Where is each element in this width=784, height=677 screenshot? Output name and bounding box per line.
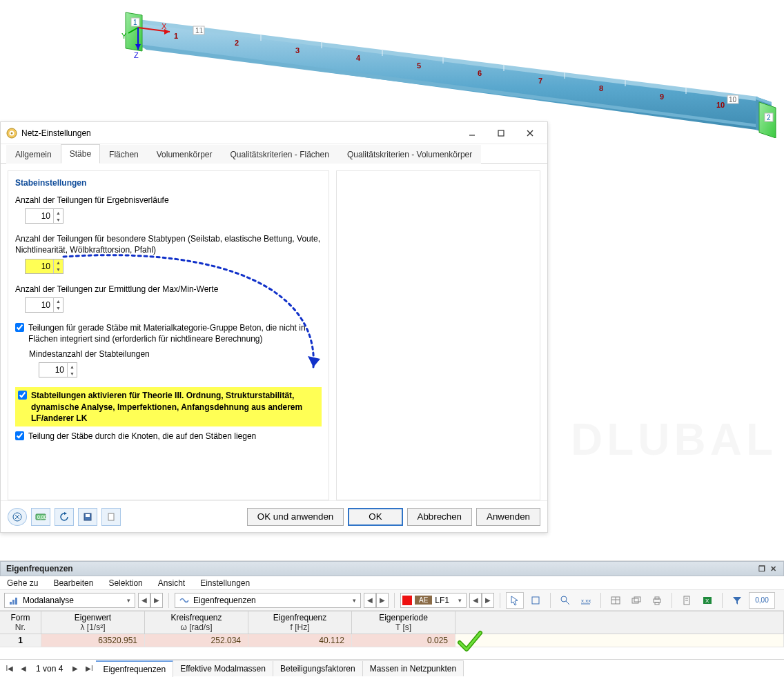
spin-down-icon[interactable]: ▼ <box>54 266 63 273</box>
find-icon[interactable] <box>556 592 574 609</box>
eigenfrequencies-panel: Eigenfrequenzen ❐ ✕ Gehe zu Bearbeiten S… <box>0 560 784 677</box>
concrete-checkbox[interactable] <box>15 323 24 332</box>
cell-kreisf: 252.034 <box>145 634 248 647</box>
rtab-beteiligung[interactable]: Beteiligungsfaktoren <box>273 660 363 676</box>
reset-button[interactable] <box>55 508 74 526</box>
spin-up-icon[interactable]: ▲ <box>68 363 77 370</box>
prev-button[interactable]: ◀ <box>469 593 482 608</box>
concrete-sub-spin[interactable]: 10 ▲▼ <box>39 362 77 377</box>
next-page-button[interactable]: ▶ <box>68 662 82 676</box>
copy-row-icon[interactable] <box>627 592 645 609</box>
next-button[interactable]: ▶ <box>150 593 163 608</box>
menu-goto[interactable]: Gehe zu <box>7 578 38 588</box>
next-button[interactable]: ▶ <box>376 593 389 608</box>
results-grid-header: FormNr. Eigenwertλ [1/s²] Kreisfrequenzω… <box>0 611 784 634</box>
tab-qk-volumen[interactable]: Qualitätskriterien - Volumenkörper <box>338 145 481 164</box>
minimize-button[interactable] <box>463 126 481 140</box>
tab-staebe[interactable]: Stäbe <box>61 144 100 164</box>
units-button[interactable]: 0,00 <box>31 508 50 526</box>
analysis-icon <box>9 596 19 605</box>
menu-view[interactable]: Ansicht <box>158 578 185 588</box>
svg-point-27 <box>11 132 13 134</box>
save-default-button[interactable] <box>78 508 97 526</box>
spin-up-icon[interactable]: ▲ <box>54 298 63 305</box>
panel-float-button[interactable]: ❐ <box>757 564 767 573</box>
print-icon[interactable] <box>648 592 666 609</box>
results-titlebar[interactable]: Eigenfrequenzen ❐ ✕ <box>0 561 784 576</box>
menu-selection[interactable]: Selektion <box>108 578 142 588</box>
chevron-down-icon: ▾ <box>353 597 356 604</box>
svg-rect-46 <box>532 597 539 604</box>
activate-divisions-checkbox[interactable] <box>18 391 27 400</box>
titlebar[interactable]: Netz-Einstellungen <box>1 122 547 144</box>
clipboard-button[interactable] <box>101 508 121 526</box>
ae-badge: AE <box>415 596 432 605</box>
tab-flaechen[interactable]: Flächen <box>100 145 148 164</box>
svg-rect-55 <box>634 597 640 602</box>
prev-page-button[interactable]: ◀ <box>17 662 30 676</box>
col-periode-h1: Eigenperiode <box>355 613 452 622</box>
spin-up-icon[interactable]: ▲ <box>54 259 63 266</box>
zero-precision-button[interactable]: 0,00 <box>749 592 775 609</box>
analysis-combo-text: Modalanalyse <box>23 596 123 605</box>
rtab-netzpunkte[interactable]: Massen in Netzpunkten <box>363 660 464 676</box>
excel-icon[interactable]: X <box>698 592 716 609</box>
rtab-modalmassen[interactable]: Effektive Modalmassen <box>173 660 273 676</box>
results-grid-row[interactable]: 1 63520.951 252.034 40.112 0.025 <box>0 634 784 647</box>
spin-down-icon[interactable]: ▼ <box>68 370 77 377</box>
field1-spin[interactable]: 10 ▲▼ <box>25 208 63 224</box>
loadcase-combo[interactable]: AE LF1 ▾ <box>400 593 467 608</box>
lf-text: LF1 <box>435 596 449 605</box>
close-button[interactable] <box>521 126 539 140</box>
lf-nav: ◀▶ <box>469 593 494 608</box>
maximize-button[interactable] <box>492 126 510 140</box>
first-page-button[interactable]: I◀ <box>3 662 17 676</box>
table-icon[interactable] <box>607 592 625 609</box>
cancel-button[interactable]: Abbrechen <box>407 508 472 526</box>
pointer-icon[interactable] <box>506 592 524 609</box>
result-type-combo[interactable]: Eigenfrequenzen ▾ <box>175 593 361 608</box>
spin-down-icon[interactable]: ▼ <box>54 216 63 223</box>
svg-rect-57 <box>655 597 659 599</box>
col-form-h1: Form <box>3 613 38 622</box>
col-eigenf-h2: f [Hz] <box>251 622 349 632</box>
tab-volumenkoerper[interactable]: Volumenkörper <box>148 145 222 164</box>
activate-divisions-label: Stabteilungen aktivieren für Theorie III… <box>31 390 319 424</box>
panel-close-button[interactable]: ✕ <box>768 564 778 573</box>
extra-right-label: 10 <box>729 96 737 104</box>
settings-right-pane <box>336 170 540 500</box>
help-button[interactable] <box>8 508 27 526</box>
prev-button[interactable]: ◀ <box>364 593 376 608</box>
svg-rect-42 <box>110 513 112 514</box>
svg-rect-29 <box>498 130 504 136</box>
results-footer: I◀ ◀ 1 von 4 ▶ ▶I Eigenfrequenzen Effekt… <box>0 659 784 677</box>
col-eigenf-h1: Eigenfrequenz <box>251 613 349 622</box>
menu-edit[interactable]: Bearbeiten <box>53 578 93 588</box>
field1-value: 10 <box>26 211 53 221</box>
prev-button[interactable]: ◀ <box>138 593 150 608</box>
precision-icon[interactable]: x.xx <box>577 592 595 609</box>
rtab-eigenfrequenzen[interactable]: Eigenfrequenzen <box>96 660 173 677</box>
ok-button[interactable]: OK <box>348 508 402 526</box>
tab-allgemein[interactable]: Allgemein <box>6 145 61 164</box>
last-page-button[interactable]: ▶I <box>82 662 96 676</box>
field3-value: 10 <box>26 300 53 310</box>
field3-spin[interactable]: 10 ▲▼ <box>25 297 63 313</box>
analysis-combo[interactable]: Modalanalyse ▾ <box>4 593 135 608</box>
menu-settings[interactable]: Einstellungen <box>200 578 250 588</box>
spin-down-icon[interactable]: ▼ <box>54 305 63 312</box>
ok-apply-button[interactable]: OK und anwenden <box>247 508 344 526</box>
pick-icon[interactable] <box>527 592 545 609</box>
doc-icon[interactable] <box>678 592 696 609</box>
spin-up-icon[interactable]: ▲ <box>54 209 63 216</box>
next-button[interactable]: ▶ <box>482 593 494 608</box>
apply-button[interactable]: Anwenden <box>476 508 540 526</box>
filter-icon[interactable] <box>728 592 746 609</box>
nodes-checkbox[interactable] <box>15 431 24 440</box>
field2-spin[interactable]: 10 ▲▼ <box>25 259 63 274</box>
dialog-footer: 0,00 OK und anwenden OK Abbrechen Anwend… <box>1 500 547 532</box>
lf-square-icon <box>402 596 412 605</box>
tab-qk-flaechen[interactable]: Qualitätskriterien - Flächen <box>221 145 337 164</box>
seg-label-10: 10 <box>716 101 725 109</box>
results-title: Eigenfrequenzen <box>6 564 757 573</box>
